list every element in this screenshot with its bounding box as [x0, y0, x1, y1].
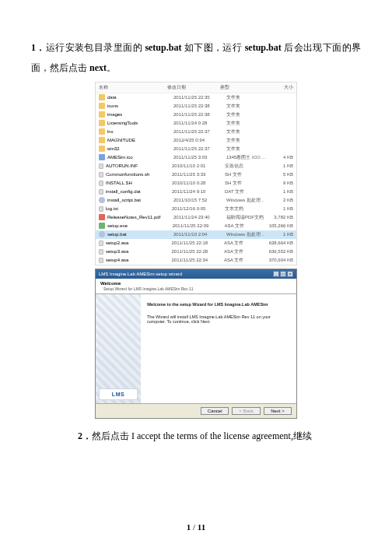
file-icon [99, 241, 103, 246]
cell-name: install_config.dat [106, 189, 172, 194]
cell-date: 2011/11/25 22:37 [173, 146, 226, 151]
cell-date: 2011/11/10 2:04 [173, 232, 226, 237]
step-1-number: 1． [31, 42, 46, 53]
file-icon [99, 189, 103, 195]
back-button[interactable]: < Back [232, 407, 261, 415]
cell-size: 1 KB [270, 163, 293, 168]
cell-name: AMESim.ico [107, 155, 173, 160]
folder-icon [99, 146, 105, 152]
cell-name: install_script.bat [107, 198, 173, 202]
cell-type: 文件夹 [226, 137, 271, 144]
file-explorer-screenshot: 名称 修改日期 类型 大小 data2011/11/25 22:35文件夹ico… [95, 82, 297, 265]
cell-name: icons [107, 104, 173, 108]
table-row: setup.exe2011/11/25 22:09ASA 文件105,266 K… [96, 222, 296, 230]
wizard-body: LMS Welcome to the setup Wizard for LMS … [96, 294, 296, 403]
cancel-button[interactable]: Cancel [201, 407, 229, 415]
cell-size: 1 KB [271, 232, 293, 237]
cell-date: 2010/11/10 2:01 [172, 163, 225, 168]
cell-date: 2011/11/24 9:10 [172, 189, 225, 194]
file-icon [99, 163, 103, 169]
cell-type: ASA 文件 [225, 223, 269, 230]
cell-type: ASA 文件 [224, 248, 269, 255]
folder-icon [99, 94, 105, 100]
table-row: icons2011/11/25 22:38文件夹 [96, 102, 296, 111]
maximize-icon: □ [280, 271, 286, 277]
table-row: data2011/11/25 22:35文件夹 [96, 93, 296, 102]
file-icon [99, 258, 103, 263]
cell-name: images [107, 112, 173, 117]
cell-type: 文件夹 [226, 128, 271, 135]
cell-size: 5 KB [270, 172, 293, 177]
cell-type: 文件夹 [226, 111, 271, 118]
cell-name: Commonfunctions.sh [106, 172, 172, 177]
cell-name: setup2.asa [106, 241, 171, 245]
cell-size: 2 KB [271, 198, 293, 202]
cell-date: 2011/11/25 22:34 [171, 258, 224, 262]
wizard-footer: Cancel < Back Next > [96, 403, 296, 418]
page-number: 1 / 11 [0, 522, 392, 532]
table-row: setup.bat2011/11/10 2:04Windows 批处理...1 … [96, 230, 296, 239]
cell-date: 2011/12/16 0:05 [172, 206, 225, 211]
col-date: 修改日期 [167, 84, 220, 91]
wizard-instruction-line: The Wizard will install LMS Imagine.Lab … [147, 314, 290, 324]
table-row: install_config.dat2011/11/24 9:10DAT 文件1… [96, 188, 296, 196]
step-1-text: 1．运行安装包目录里面的 setup.bat 如下图，运行 setup.bat … [31, 37, 361, 79]
cell-date: 2011/11/25 22:37 [173, 129, 226, 134]
cell-name: setup.exe [107, 223, 173, 228]
cell-date: 2011/11/25 22:38 [173, 112, 226, 117]
cell-date: 2011/11/24 0:28 [173, 121, 226, 125]
table-row: win322011/11/25 22:37文件夹 [96, 145, 296, 153]
wizard-content: Welcome to the setup Wizard for LMS Imag… [141, 294, 296, 403]
wizard-welcome-line: Welcome to the setup Wizard for LMS Imag… [147, 302, 290, 307]
table-row: lnx2011/11/25 22:37文件夹 [96, 128, 296, 136]
cell-name: LicensingTools [107, 121, 173, 125]
cell-date: 2011/11/25 22:18 [171, 241, 224, 245]
lms-logo: LMS [99, 388, 138, 400]
cell-size: 3,782 KB [271, 215, 293, 220]
table-row: install_script.bat2011/10/15 7:52Windows… [96, 196, 296, 205]
wizard-header: Welcome Setup Wizard for LMS Imagine.Lab… [96, 279, 296, 294]
cell-date: 2011/11/25 3:03 [173, 155, 226, 160]
table-row: ReleaseNotes_Rev11.pdf2011/11/24 23:40福昕… [96, 213, 296, 222]
cell-name: ReleaseNotes_Rev11.pdf [107, 215, 173, 220]
explorer-body: data2011/11/25 22:35文件夹icons2011/11/25 2… [96, 93, 296, 265]
cell-date: 2011/10/15 7:52 [173, 198, 226, 202]
cell-size: 9 KB [270, 181, 293, 185]
col-type: 类型 [220, 84, 265, 91]
window-controls: _□× [272, 271, 293, 277]
cell-type: ASA 文件 [224, 257, 269, 264]
cell-name: win32 [107, 146, 173, 151]
close-icon: × [287, 271, 293, 277]
folder-icon [99, 137, 105, 143]
cell-size: 1 KB [270, 206, 293, 211]
table-row: images2011/11/25 22:38文件夹 [96, 111, 296, 119]
cell-type: DAT 文件 [225, 188, 270, 195]
explorer-header: 名称 修改日期 类型 大小 [96, 83, 296, 93]
exe-icon [99, 223, 105, 229]
cell-type: SH 文件 [225, 171, 270, 178]
cell-size: 370,604 KB [269, 258, 293, 262]
table-row: setup2.asa2011/11/25 22:18ASA 文件638,664 … [96, 239, 296, 248]
cell-type: 文件夹 [226, 103, 271, 110]
cell-name: lnx [107, 129, 173, 134]
file-icon [99, 249, 103, 255]
table-row: MAGNITUDE2012/4/25 0:34文件夹 [96, 136, 296, 145]
minimize-icon: _ [273, 271, 279, 277]
cell-date: 2011/11/25 3:33 [172, 172, 225, 177]
cell-name: AUTORUN.INF [106, 163, 172, 168]
file-icon [99, 181, 103, 186]
cell-size: 638,664 KB [269, 241, 293, 245]
cell-type: 文本文档 [225, 205, 270, 213]
cell-date: 2011/11/25 22:38 [173, 104, 226, 108]
cell-name: setup3.asa [106, 249, 171, 254]
table-row: setup3.asa2011/11/25 22:28ASA 文件636,552 … [96, 248, 296, 256]
cell-size: 1 KB [270, 189, 293, 194]
cell-type: 文件夹 [226, 94, 271, 101]
folder-icon [99, 103, 105, 109]
table-row: setup4.asa2011/11/25 22:34ASA 文件370,604 … [96, 256, 296, 265]
next-button[interactable]: Next > [264, 407, 292, 415]
col-name: 名称 [99, 84, 167, 91]
folder-icon [99, 128, 105, 135]
table-row: LicensingTools2011/11/24 0:28文件夹 [96, 119, 296, 128]
cell-date: 2011/11/24 23:40 [173, 215, 226, 220]
